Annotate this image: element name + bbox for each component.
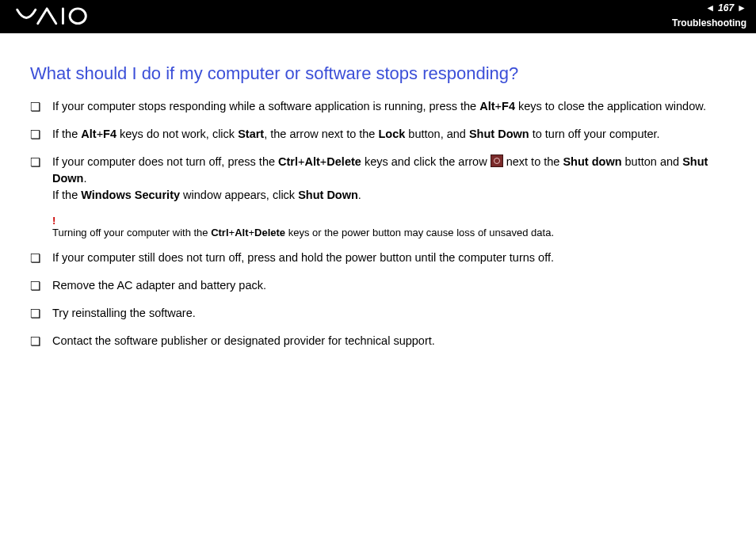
- text: next to the: [503, 155, 563, 168]
- key-alt: Alt: [305, 155, 320, 168]
- list-item: If your computer does not turn off, pres…: [30, 154, 729, 204]
- key-ctrl: Ctrl: [211, 227, 228, 238]
- text: keys do not work, click: [116, 128, 238, 140]
- text: +: [97, 128, 103, 140]
- section-label: Troubleshooting: [672, 17, 746, 29]
- list-item: If the Alt+F4 keys do not work, click St…: [30, 126, 729, 143]
- bullet-list: If your computer still does not turn off…: [30, 250, 729, 349]
- text: .: [83, 172, 86, 185]
- list-item: If your computer still does not turn off…: [30, 250, 729, 266]
- warning-note: ! Turning off your computer with the Ctr…: [52, 215, 729, 238]
- text: Remove the AC adapter and battery pack.: [52, 279, 266, 292]
- key-delete: Delete: [254, 227, 285, 238]
- list-item: Contact the software publisher or design…: [30, 333, 729, 349]
- shutdown-label: Shut Down: [469, 128, 529, 140]
- text: keys or the power button may cause loss …: [285, 227, 554, 238]
- text: +: [248, 227, 254, 238]
- key-delete: Delete: [326, 155, 361, 168]
- prev-page-arrow[interactable]: ◄: [705, 2, 715, 13]
- text: button, and: [405, 128, 469, 140]
- text: +: [298, 155, 304, 168]
- key-f4: F4: [502, 100, 515, 113]
- list-item: Try reinstalling the software.: [30, 305, 729, 322]
- bullet-list: If your computer stops responding while …: [30, 98, 729, 204]
- warning-text: Turning off your computer with the Ctrl+…: [52, 227, 554, 238]
- text: button and: [622, 155, 683, 168]
- list-item: If your computer stops responding while …: [30, 98, 729, 115]
- text: window appears, click: [180, 189, 298, 201]
- text: Try reinstalling the software.: [52, 307, 196, 319]
- text: keys to close the application window.: [515, 100, 706, 113]
- page-title: What should I do if my computer or softw…: [30, 63, 729, 84]
- page-content: What should I do if my computer or softw…: [0, 33, 756, 349]
- text: If the: [52, 189, 81, 201]
- next-page-arrow[interactable]: ►: [737, 2, 746, 13]
- start-label: Start: [238, 128, 264, 140]
- text: , the arrow next to the: [264, 128, 378, 140]
- key-alt: Alt: [235, 227, 248, 238]
- text: Contact the software publisher or design…: [52, 334, 435, 347]
- lock-label: Lock: [378, 128, 405, 140]
- text: If your computer does not turn off, pres…: [52, 155, 278, 168]
- arrow-button-icon: [491, 154, 503, 167]
- key-alt: Alt: [81, 128, 96, 140]
- page-header: ◄ 167 ► Troubleshooting: [0, 0, 756, 33]
- text: If your computer still does not turn off…: [52, 251, 554, 264]
- text: keys and click the arrow: [361, 155, 491, 168]
- key-f4: F4: [103, 128, 116, 140]
- shutdown-label: Shut Down: [298, 189, 358, 201]
- page-navigation: ◄ 167 ►: [705, 2, 746, 13]
- key-ctrl: Ctrl: [278, 155, 298, 168]
- shutdown-label: Shut down: [563, 155, 621, 168]
- text: +: [495, 100, 502, 113]
- text: to turn off your computer.: [529, 128, 660, 140]
- key-alt: Alt: [479, 100, 494, 113]
- windows-security-label: Windows Security: [81, 189, 180, 201]
- text: If the: [52, 128, 81, 140]
- svg-point-1: [70, 9, 86, 24]
- list-item: Remove the AC adapter and battery pack.: [30, 277, 729, 294]
- text: .: [358, 189, 361, 201]
- warning-icon: !: [52, 215, 729, 227]
- page-number: 167: [718, 2, 734, 13]
- text: If your computer stops responding while …: [52, 100, 479, 113]
- text: +: [229, 227, 235, 238]
- text: Turning off your computer with the: [52, 227, 211, 238]
- vaio-logo: [14, 6, 109, 27]
